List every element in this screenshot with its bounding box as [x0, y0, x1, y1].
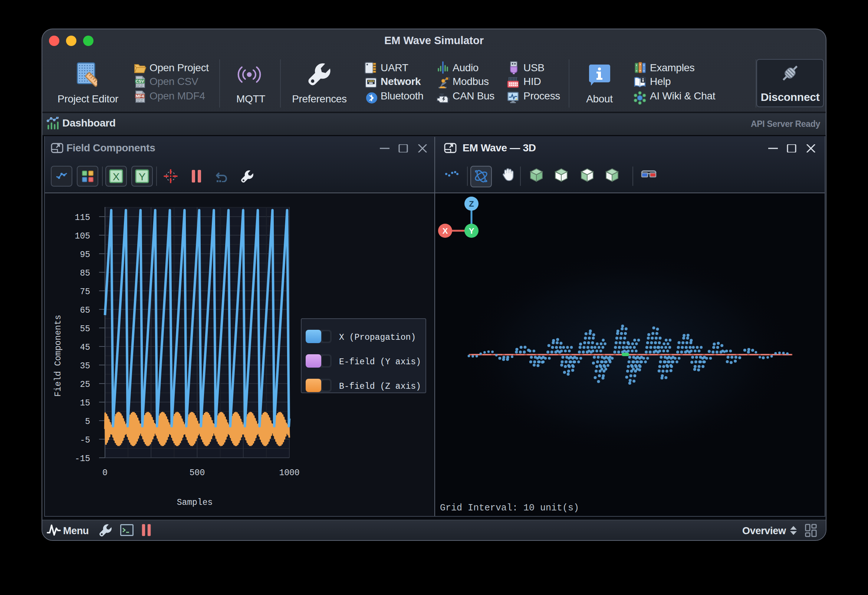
svg-text:75: 75 [80, 287, 90, 297]
svg-text:45: 45 [80, 343, 90, 352]
svg-text:500: 500 [190, 468, 205, 478]
svg-text:115: 115 [75, 213, 90, 223]
svg-text:0: 0 [102, 468, 108, 478]
svg-text:Samples: Samples [177, 498, 213, 508]
svg-text:Z: Z [469, 199, 474, 208]
svg-text:Field Components: Field Components [53, 315, 63, 397]
svg-text:MF4: MF4 [136, 94, 144, 98]
svg-text:X: X [113, 171, 120, 183]
svg-text:-5: -5 [80, 436, 90, 445]
svg-text:CSV: CSV [136, 79, 144, 83]
svg-text:65: 65 [80, 306, 90, 315]
svg-text:25: 25 [80, 380, 90, 390]
svg-text:-15: -15 [75, 454, 90, 464]
svg-text:5: 5 [85, 417, 90, 427]
svg-text:85: 85 [80, 269, 90, 278]
svg-text:Y: Y [139, 171, 146, 183]
svg-text:Grid Interval: 10 unit(s): Grid Interval: 10 unit(s) [440, 503, 579, 514]
svg-text:B-field (Z axis): B-field (Z axis) [339, 382, 421, 391]
svg-text:95: 95 [80, 250, 90, 260]
svg-text:X (Propagation): X (Propagation) [339, 333, 416, 343]
svg-text:55: 55 [80, 324, 90, 334]
svg-text:E-field (Y axis): E-field (Y axis) [339, 357, 421, 367]
svg-text:Y: Y [469, 226, 474, 236]
svg-text:105: 105 [75, 232, 90, 241]
svg-text:X: X [443, 226, 448, 236]
svg-text:1000: 1000 [279, 468, 299, 478]
svg-text:35: 35 [80, 361, 90, 371]
svg-text:15: 15 [80, 399, 90, 408]
